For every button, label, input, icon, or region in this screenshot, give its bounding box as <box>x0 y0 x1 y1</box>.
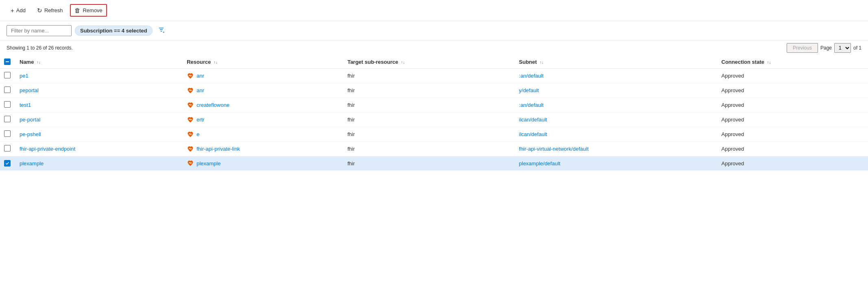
select-all-checkbox[interactable] <box>4 58 11 65</box>
name-sort-icon: ↑↓ <box>37 60 41 65</box>
row-checkbox-cell[interactable] <box>0 156 15 171</box>
of-label: of 1 <box>853 45 861 51</box>
add-button[interactable]: + Add <box>7 4 30 16</box>
row-checkbox-cell[interactable] <box>0 113 15 127</box>
row-connection-state: Approved <box>717 69 868 83</box>
previous-button[interactable]: Previous <box>787 43 818 53</box>
resource-link[interactable]: anr <box>196 87 204 93</box>
refresh-icon: ↻ <box>37 7 42 14</box>
add-icon: + <box>11 7 14 14</box>
row-subnet: ilcan/default <box>514 113 717 127</box>
badge-text: Subscription == 4 selected <box>80 28 147 34</box>
row-subnet: fhir-api-virtual-network/default <box>514 142 717 156</box>
health-service-icon <box>187 72 194 80</box>
filter-bar: Subscription == 4 selected + <box>0 21 868 41</box>
health-service-icon <box>187 116 194 123</box>
row-target-sub-resource: fhir <box>342 156 514 171</box>
row-subnet: ilcan/default <box>514 127 717 142</box>
row-target-sub-resource: fhir <box>342 127 514 142</box>
name-link[interactable]: fhir-api-private-endpoint <box>20 146 75 152</box>
subnet-link[interactable]: fhir-api-virtual-network/default <box>519 146 589 152</box>
page-label: Page <box>820 45 832 51</box>
subnet-link[interactable]: ilcan/default <box>519 117 547 123</box>
remove-button[interactable]: 🗑 Remove <box>70 4 107 17</box>
subnet-link[interactable]: y/default <box>519 87 539 93</box>
resource-link[interactable]: ertr <box>196 117 205 123</box>
records-info-bar: Showing 1 to 26 of 26 records. Previous … <box>0 41 868 55</box>
row-subnet: :an/default <box>514 69 717 83</box>
row-checkbox[interactable] <box>4 116 11 122</box>
row-resource: plexample <box>182 156 342 171</box>
row-resource: fhir-api-private-link <box>182 142 342 156</box>
row-checkbox[interactable] <box>4 87 11 93</box>
row-checkbox-cell[interactable] <box>0 98 15 113</box>
row-checkbox[interactable] <box>4 72 11 78</box>
table-row: pe1 anrfhir:an/defaultApproved <box>0 69 868 83</box>
name-link[interactable]: peportal <box>20 87 39 93</box>
row-connection-state: Approved <box>717 98 868 113</box>
row-checkbox[interactable] <box>4 101 11 108</box>
remove-icon: 🗑 <box>74 7 81 14</box>
filter-input[interactable] <box>7 25 72 36</box>
row-target-sub-resource: fhir <box>342 98 514 113</box>
row-checkbox-cell[interactable] <box>0 127 15 142</box>
refresh-button[interactable]: ↻ Refresh <box>33 4 67 17</box>
table-header-row: Name ↑↓ Resource ↑↓ Target sub-resource … <box>0 55 868 69</box>
subnet-link[interactable]: plexample/default <box>519 160 560 167</box>
row-checkbox-cell[interactable] <box>0 83 15 98</box>
row-connection-state: Approved <box>717 142 868 156</box>
row-resource: anr <box>182 69 342 83</box>
name-link[interactable]: pe1 <box>20 73 28 79</box>
row-checkbox[interactable] <box>4 130 11 137</box>
table-row: pe-pshell efhirilcan/defaultApproved <box>0 127 868 142</box>
subnet-link[interactable]: :an/default <box>519 73 544 79</box>
target-sub-resource-column-header[interactable]: Target sub-resource ↑↓ <box>342 55 514 69</box>
row-name: pe1 <box>15 69 182 83</box>
name-link[interactable]: pe-pshell <box>20 131 41 137</box>
remove-label: Remove <box>83 7 102 13</box>
resource-link[interactable]: e <box>196 131 199 137</box>
table-row: pe-portal ertrfhirilcan/defaultApproved <box>0 113 868 127</box>
name-link[interactable]: test1 <box>20 102 31 108</box>
refresh-label: Refresh <box>44 7 63 13</box>
resource-sort-icon: ↑↓ <box>214 60 218 65</box>
table-row: test1 createflowonefhir:an/defaultApprov… <box>0 98 868 113</box>
row-connection-state: Approved <box>717 83 868 98</box>
subnet-link[interactable]: :an/default <box>519 102 544 108</box>
name-column-header[interactable]: Name ↑↓ <box>15 55 182 69</box>
add-filter-button[interactable]: + <box>156 26 168 36</box>
connection-state-column-header[interactable]: Connection state ↑↓ <box>717 55 868 69</box>
row-name: pe-portal <box>15 113 182 127</box>
subnet-column-header[interactable]: Subnet ↑↓ <box>514 55 717 69</box>
records-count: Showing 1 to 26 of 26 records. <box>7 45 73 51</box>
previous-label: Previous <box>793 45 812 51</box>
records-info-text: Showing 1 to 26 of 26 records. <box>7 45 73 51</box>
add-label: Add <box>16 7 26 13</box>
health-service-icon <box>187 102 194 109</box>
subscription-filter-badge[interactable]: Subscription == 4 selected <box>75 26 153 36</box>
row-name: test1 <box>15 98 182 113</box>
select-all-header[interactable] <box>0 55 15 69</box>
row-name: peportal <box>15 83 182 98</box>
name-link[interactable]: pe-portal <box>20 117 40 123</box>
row-checkbox-cell[interactable] <box>0 69 15 83</box>
name-link[interactable]: plexample <box>20 160 44 167</box>
subnet-link[interactable]: ilcan/default <box>519 131 547 137</box>
svg-text:+: + <box>163 30 165 34</box>
resource-column-header[interactable]: Resource ↑↓ <box>182 55 342 69</box>
resource-link[interactable]: createflowone <box>196 102 229 108</box>
resource-link[interactable]: plexample <box>196 160 220 167</box>
target-sort-icon: ↑↓ <box>401 60 405 65</box>
page-select[interactable]: 1 <box>834 43 851 53</box>
row-checkbox[interactable] <box>4 145 11 151</box>
row-checkbox[interactable] <box>4 160 11 167</box>
row-target-sub-resource: fhir <box>342 83 514 98</box>
row-subnet: :an/default <box>514 98 717 113</box>
table-row: plexample plexamplefhirplexample/default… <box>0 156 868 171</box>
resource-link[interactable]: fhir-api-private-link <box>196 146 240 152</box>
toolbar: + Add ↻ Refresh 🗑 Remove <box>0 0 868 21</box>
resource-link[interactable]: anr <box>196 73 204 79</box>
row-connection-state: Approved <box>717 127 868 142</box>
row-name: plexample <box>15 156 182 171</box>
row-checkbox-cell[interactable] <box>0 142 15 156</box>
